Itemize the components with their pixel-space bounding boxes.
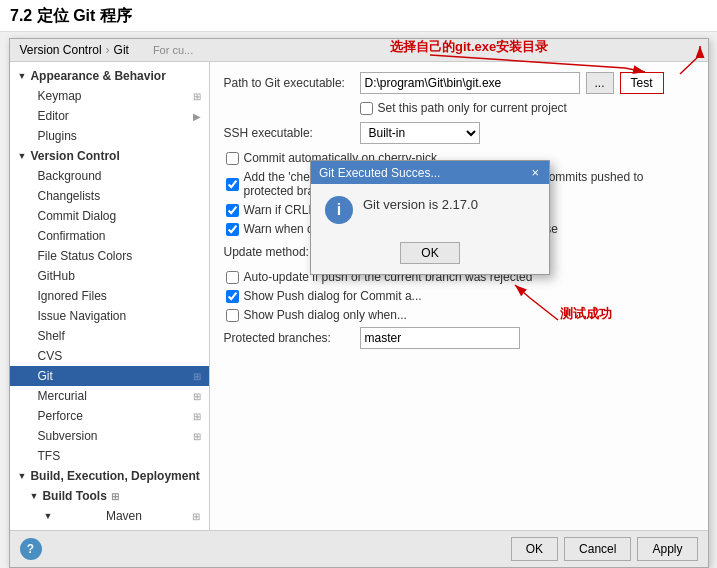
sidebar-item-commit-dialog[interactable]: Commit Dialog [10, 206, 209, 226]
modal-message: Git version is 2.17.0 [363, 196, 478, 214]
show-push-checkbox[interactable] [226, 290, 239, 303]
maven-icon: ⊞ [192, 511, 200, 522]
keymap-icon: ⊞ [193, 91, 201, 102]
background-label: Background [38, 169, 102, 183]
content-area: ▼ Appearance & Behavior Keymap ⊞ Editor … [10, 62, 708, 530]
subversion-icon: ⊞ [193, 431, 201, 442]
show-push-only-row: Show Push dialog only when... [224, 308, 694, 322]
commit-dialog-label: Commit Dialog [38, 209, 117, 223]
vc-label: Version Control [30, 149, 119, 163]
main-panel: Path to Git executable: ... Test Set thi… [210, 62, 708, 530]
test-button[interactable]: Test [620, 72, 664, 94]
show-push-only-label: Show Push dialog only when... [244, 308, 407, 322]
main-dialog: Version Control › Git For cu... ▼ Appear… [9, 38, 709, 568]
perforce-icon: ⊞ [193, 411, 201, 422]
ssh-label: SSH executable: [224, 126, 354, 140]
browse-button[interactable]: ... [586, 72, 614, 94]
build-label: Build, Execution, Deployment [30, 469, 199, 483]
sidebar-item-ignored-files[interactable]: Ignored Files [10, 286, 209, 306]
sidebar-item-confirmation[interactable]: Confirmation [10, 226, 209, 246]
sidebar-item-tfs[interactable]: TFS [10, 446, 209, 466]
sidebar: ▼ Appearance & Behavior Keymap ⊞ Editor … [10, 62, 210, 530]
sidebar-item-shelf[interactable]: Shelf [10, 326, 209, 346]
show-push-label: Show Push dialog for Commit a... [244, 289, 422, 303]
breadcrumb-note: For cu... [153, 44, 193, 56]
git-label: Git [38, 369, 53, 383]
ignored-files-label: Ignored Files [38, 289, 107, 303]
git-icon: ⊞ [193, 371, 201, 382]
protected-row: Protected branches: [224, 327, 694, 349]
show-push-only-checkbox[interactable] [226, 309, 239, 322]
breadcrumb: Version Control › Git For cu... [10, 39, 708, 62]
set-path-checkbox[interactable] [360, 102, 373, 115]
protected-label: Protected branches: [224, 331, 354, 345]
sidebar-item-keymap[interactable]: Keymap ⊞ [10, 86, 209, 106]
editor-label: Editor [38, 109, 69, 123]
sidebar-item-build[interactable]: ▼ Build, Execution, Deployment [10, 466, 209, 486]
sidebar-item-issue-navigation[interactable]: Issue Navigation [10, 306, 209, 326]
dialog-footer: ? OK Cancel Apply [10, 530, 708, 567]
sidebar-item-changelists[interactable]: Changelists [10, 186, 209, 206]
modal-title: Git Executed Succes... [319, 166, 440, 180]
mercurial-label: Mercurial [38, 389, 87, 403]
apply-button[interactable]: Apply [637, 537, 697, 561]
sidebar-item-plugins[interactable]: Plugins [10, 126, 209, 146]
modal-info-icon: i [325, 196, 353, 224]
auto-commit-checkbox[interactable] [226, 152, 239, 165]
build-expand-icon: ▼ [18, 471, 27, 481]
show-push-row: Show Push dialog for Commit a... [224, 289, 694, 303]
cancel-button[interactable]: Cancel [564, 537, 631, 561]
sidebar-item-cvs[interactable]: CVS [10, 346, 209, 366]
warn-crlf-checkbox[interactable] [226, 204, 239, 217]
file-status-colors-label: File Status Colors [38, 249, 133, 263]
sidebar-item-git[interactable]: Git ⊞ [10, 366, 209, 386]
auto-update-checkbox[interactable] [226, 271, 239, 284]
git-success-modal: Git Executed Succes... × i Git version i… [310, 160, 550, 275]
modal-footer: OK [311, 236, 549, 274]
sidebar-item-build-tools[interactable]: ▼ Build Tools ⊞ [10, 486, 209, 506]
modal-close-button[interactable]: × [529, 165, 541, 180]
sidebar-label: Appearance & Behavior [30, 69, 165, 83]
confirmation-label: Confirmation [38, 229, 106, 243]
set-path-row: Set this path only for current project [224, 101, 694, 115]
sidebar-item-background[interactable]: Background [10, 166, 209, 186]
path-row: Path to Git executable: ... Test [224, 72, 694, 94]
breadcrumb-git: Git [114, 43, 129, 57]
perforce-label: Perforce [38, 409, 83, 423]
editor-icon: ▶ [193, 111, 201, 122]
ok-button[interactable]: OK [511, 537, 558, 561]
modal-header: Git Executed Succes... × [311, 161, 549, 184]
warn-detached-checkbox[interactable] [226, 223, 239, 236]
mercurial-icon: ⊞ [193, 391, 201, 402]
breadcrumb-vc: Version Control [20, 43, 102, 57]
ssh-select[interactable]: Built-in Native [360, 122, 480, 144]
add-cherry-checkbox[interactable] [226, 178, 239, 191]
breadcrumb-sep: › [106, 43, 110, 57]
build-tools-icon: ⊞ [111, 491, 119, 502]
sidebar-item-github[interactable]: GitHub [10, 266, 209, 286]
protected-input[interactable] [360, 327, 520, 349]
page-title: 7.2 定位 Git 程序 [0, 0, 717, 32]
sidebar-item-maven[interactable]: ▼ Maven ⊞ [10, 506, 209, 526]
sidebar-item-editor[interactable]: Editor ▶ [10, 106, 209, 126]
bt-expand-icon: ▼ [30, 491, 39, 501]
sidebar-item-version-control[interactable]: ▼ Version Control [10, 146, 209, 166]
modal-ok-button[interactable]: OK [400, 242, 459, 264]
sidebar-item-subversion[interactable]: Subversion ⊞ [10, 426, 209, 446]
ssh-row: SSH executable: Built-in Native [224, 122, 694, 144]
expand-icon: ▼ [18, 71, 27, 81]
maven-expand-icon: ▼ [44, 511, 53, 521]
sidebar-item-appearance[interactable]: ▼ Appearance & Behavior [10, 66, 209, 86]
sidebar-item-file-status-colors[interactable]: File Status Colors [10, 246, 209, 266]
sidebar-item-mercurial[interactable]: Mercurial ⊞ [10, 386, 209, 406]
path-input[interactable] [360, 72, 580, 94]
cvs-label: CVS [38, 349, 63, 363]
build-tools-label: Build Tools [42, 489, 106, 503]
help-button[interactable]: ? [20, 538, 42, 560]
vc-expand-icon: ▼ [18, 151, 27, 161]
issue-navigation-label: Issue Navigation [38, 309, 127, 323]
modal-body: i Git version is 2.17.0 [311, 184, 549, 236]
tfs-label: TFS [38, 449, 61, 463]
sidebar-item-perforce[interactable]: Perforce ⊞ [10, 406, 209, 426]
changelists-label: Changelists [38, 189, 101, 203]
